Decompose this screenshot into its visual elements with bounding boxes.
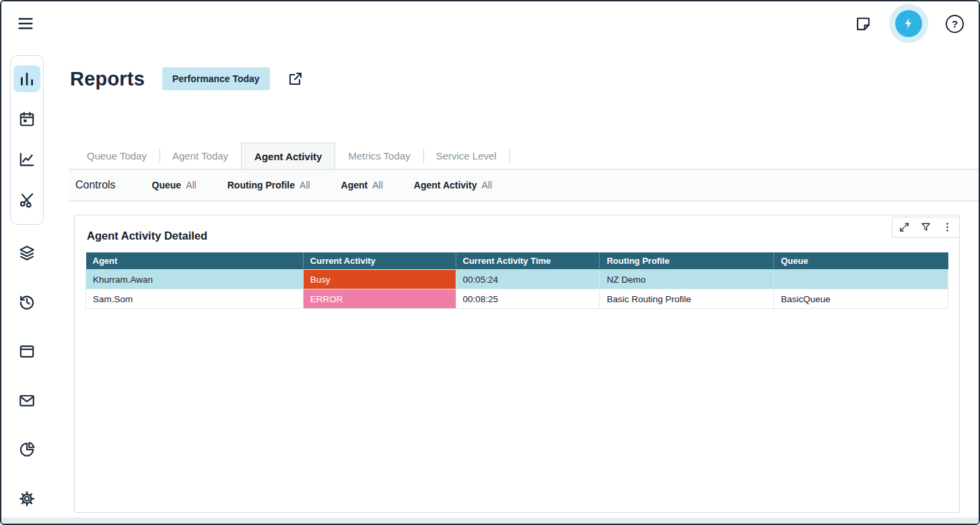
report-tabs: Queue Today Agent Today Agent Activity M… xyxy=(69,143,979,170)
note-icon xyxy=(855,15,872,32)
feedback-note-button[interactable] xyxy=(855,15,872,32)
browser-window-icon xyxy=(18,343,36,360)
main-content: Reports Performance Today Queue Today Ag… xyxy=(52,46,979,524)
cell-queue: BasicQueue xyxy=(774,289,948,309)
expand-icon xyxy=(899,221,910,233)
filter-agent-activity[interactable]: Agent ActivityAll xyxy=(414,180,492,190)
sidebar-item-historical-metrics[interactable] xyxy=(13,146,40,173)
report-header: Reports Performance Today xyxy=(69,67,979,90)
scissors-icon xyxy=(18,191,36,209)
sidebar-item-settings[interactable] xyxy=(13,485,40,512)
history-clock-icon xyxy=(18,293,36,311)
bar-chart-icon xyxy=(18,70,36,88)
cell-current-activity-time: 00:08:25 xyxy=(456,289,600,309)
cell-agent: Khurram.Awan xyxy=(86,270,304,289)
cell-routing-profile: Basic Routing Profile xyxy=(600,289,774,309)
column-header-routing-profile[interactable]: Routing Profile xyxy=(600,252,774,270)
report-name-badge: Performance Today xyxy=(162,67,270,90)
help-button[interactable]: ? xyxy=(946,15,964,33)
sidebar-metrics-group xyxy=(10,55,44,225)
filter-routing-profile[interactable]: Routing ProfileAll xyxy=(228,180,310,190)
table-row[interactable]: Khurram.Awan Busy 00:05:24 NZ Demo xyxy=(86,270,948,289)
filter-agent[interactable]: AgentAll xyxy=(341,180,383,190)
kebab-menu-icon xyxy=(942,221,953,233)
cell-current-activity: ERROR xyxy=(303,289,456,309)
gear-icon xyxy=(18,490,36,508)
tab-service-level[interactable]: Service Level xyxy=(423,143,510,169)
panel-toolbar xyxy=(892,217,960,238)
sidebar-item-history[interactable] xyxy=(13,289,40,316)
topbar-actions: ? xyxy=(855,4,964,43)
hamburger-menu-button[interactable] xyxy=(16,14,35,33)
filter-button[interactable] xyxy=(920,221,932,233)
more-options-button[interactable] xyxy=(942,221,953,233)
sidebar xyxy=(1,46,52,524)
agent-activity-table: Agent Current Activity Current Activity … xyxy=(85,252,948,309)
open-external-button[interactable] xyxy=(287,71,304,87)
topbar: ? xyxy=(1,1,979,46)
cell-agent: Sam.Som xyxy=(86,289,304,309)
panel-title: Agent Activity Detailed xyxy=(87,230,948,242)
lightning-icon xyxy=(902,17,915,30)
column-header-current-activity-time[interactable]: Current Activity Time xyxy=(456,252,600,270)
funnel-icon xyxy=(920,221,932,233)
app-window: ? xyxy=(0,0,980,525)
sidebar-item-mail[interactable] xyxy=(13,387,40,414)
page-title: Reports xyxy=(70,68,145,90)
sidebar-item-contact-tools[interactable] xyxy=(13,186,40,213)
controls-label: Controls xyxy=(75,179,116,191)
envelope-icon xyxy=(18,392,36,409)
column-header-current-activity[interactable]: Current Activity xyxy=(303,252,456,270)
filter-queue[interactable]: QueueAll xyxy=(152,180,197,190)
table-header-row: Agent Current Activity Current Activity … xyxy=(86,252,948,270)
tab-metrics-today[interactable]: Metrics Today xyxy=(335,143,423,169)
sidebar-secondary-items xyxy=(13,240,40,512)
agent-activity-panel: Agent Activity Detailed Agent Current Ac… xyxy=(74,215,960,513)
cell-current-activity: Busy xyxy=(303,270,456,289)
calendar-icon xyxy=(18,110,36,128)
table-row[interactable]: Sam.Som ERROR 00:08:25 Basic Routing Pro… xyxy=(86,289,948,309)
sidebar-item-window[interactable] xyxy=(13,338,40,365)
sidebar-item-layers[interactable] xyxy=(13,240,40,267)
tab-queue-today[interactable]: Queue Today xyxy=(74,143,160,169)
line-chart-icon xyxy=(18,151,36,168)
tab-agent-today[interactable]: Agent Today xyxy=(160,143,241,169)
question-mark-icon: ? xyxy=(952,18,958,30)
cell-routing-profile: NZ Demo xyxy=(600,270,774,289)
column-header-queue[interactable]: Queue xyxy=(774,252,948,270)
column-header-agent[interactable]: Agent xyxy=(86,252,304,270)
tab-agent-activity[interactable]: Agent Activity xyxy=(241,143,335,169)
pie-chart-icon xyxy=(18,441,36,458)
sidebar-item-scheduled-reports[interactable] xyxy=(13,106,40,133)
horizontal-scrollbar-track[interactable] xyxy=(1,518,979,524)
sidebar-item-pie-reports[interactable] xyxy=(13,436,40,463)
cell-current-activity-time: 00:05:24 xyxy=(456,270,600,289)
quick-actions-highlight-ring xyxy=(889,4,928,43)
hamburger-icon xyxy=(16,14,35,33)
cell-queue xyxy=(774,270,948,289)
layers-icon xyxy=(18,244,36,262)
controls-bar: Controls QueueAll Routing ProfileAll Age… xyxy=(69,170,979,201)
expand-button[interactable] xyxy=(899,221,910,233)
sidebar-item-realtime-metrics[interactable] xyxy=(13,65,40,92)
quick-actions-button[interactable] xyxy=(895,10,922,37)
external-link-icon xyxy=(287,71,304,87)
